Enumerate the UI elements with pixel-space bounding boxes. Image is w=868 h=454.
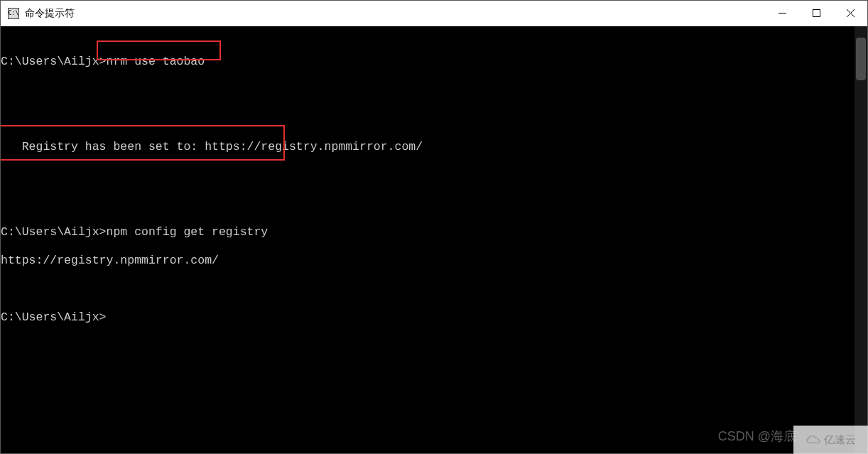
prompt: C:\Users\Ailjx>	[1, 310, 107, 324]
maximize-button[interactable]	[799, 1, 833, 26]
svg-rect-1	[813, 10, 820, 17]
titlebar[interactable]: C:\ 命令提示符	[1, 1, 867, 26]
output-text: Registry has been set to: https://regist…	[1, 140, 423, 153]
vertical-scrollbar[interactable]	[855, 26, 867, 453]
minimize-button[interactable]	[765, 1, 799, 26]
prompt: C:\Users\Ailjx>	[1, 55, 107, 68]
command-text: nrm use taobao	[107, 55, 205, 68]
scrollbar-thumb[interactable]	[856, 38, 866, 80]
yisu-watermark: 亿速云	[793, 426, 868, 454]
output-text: https://registry.npmmirror.com/	[1, 254, 219, 267]
cloud-icon	[805, 434, 821, 445]
maximize-icon	[813, 9, 820, 17]
command-prompt-window: C:\ 命令提示符 C:\Users\Ailjx>nrm use taobao …	[0, 0, 868, 454]
close-icon	[847, 9, 855, 17]
command-text: npm config get registry	[107, 225, 268, 239]
minimize-icon	[779, 9, 786, 17]
terminal-output: C:\Users\Ailjx>nrm use taobao Registry h…	[1, 26, 855, 453]
prompt: C:\Users\Ailjx>	[1, 225, 107, 239]
window-controls	[765, 1, 867, 26]
yisu-text: 亿速云	[824, 433, 856, 447]
close-button[interactable]	[833, 1, 867, 26]
cmd-icon: C:\	[8, 8, 19, 19]
terminal-area[interactable]: C:\Users\Ailjx>nrm use taobao Registry h…	[1, 26, 867, 453]
window-title: 命令提示符	[25, 7, 75, 20]
csdn-watermark: CSDN @海底	[718, 428, 796, 445]
